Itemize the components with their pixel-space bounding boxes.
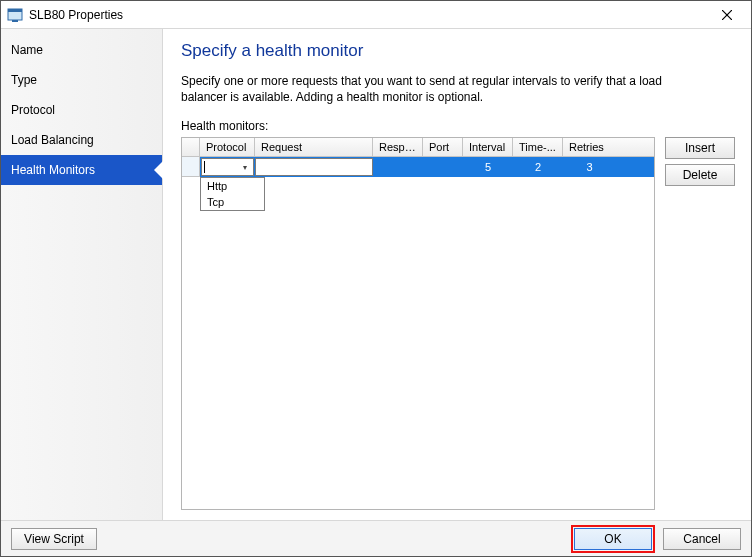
sidebar-item-load-balancing[interactable]: Load Balancing — [1, 125, 162, 155]
window-title: SLB80 Properties — [29, 8, 707, 22]
dialog-footer: View Script OK Cancel — [1, 520, 751, 556]
sidebar: Name Type Protocol Load Balancing Health… — [1, 29, 163, 520]
close-button[interactable] — [707, 1, 747, 28]
content-panel: Specify a health monitor Specify one or … — [163, 29, 751, 520]
protocol-option-http[interactable]: Http — [201, 178, 264, 194]
sidebar-item-label: Health Monitors — [11, 163, 95, 177]
close-icon — [722, 10, 732, 20]
sidebar-item-protocol[interactable]: Protocol — [1, 95, 162, 125]
grid-row[interactable]: ▾ 5 2 3 — [182, 157, 654, 177]
col-timeout[interactable]: Time-... — [513, 138, 563, 156]
text-caret — [204, 161, 205, 173]
grid-area: Protocol Request Respo... Port Interval … — [181, 137, 735, 510]
health-monitors-grid: Protocol Request Respo... Port Interval … — [181, 137, 655, 510]
sidebar-item-label: Load Balancing — [11, 133, 94, 147]
grid-header: Protocol Request Respo... Port Interval … — [182, 138, 654, 157]
sidebar-item-health-monitors[interactable]: Health Monitors — [1, 155, 162, 185]
sidebar-item-label: Protocol — [11, 103, 55, 117]
page-heading: Specify a health monitor — [181, 41, 735, 61]
ok-button[interactable]: OK — [574, 528, 652, 550]
svg-rect-2 — [12, 20, 18, 22]
svg-rect-1 — [8, 9, 22, 12]
sidebar-item-label: Type — [11, 73, 37, 87]
col-interval[interactable]: Interval — [463, 138, 513, 156]
cell-port[interactable] — [423, 157, 463, 177]
cell-response[interactable] — [373, 157, 423, 177]
col-retries[interactable]: Retries — [563, 138, 616, 156]
grid-body: ▾ 5 2 3 H — [182, 157, 654, 509]
col-protocol[interactable]: Protocol — [200, 138, 255, 156]
cell-retries[interactable]: 3 — [563, 157, 616, 177]
protocol-option-tcp[interactable]: Tcp — [201, 194, 264, 210]
row-selector-header — [182, 138, 200, 156]
page-description: Specify one or more requests that you wa… — [181, 73, 701, 105]
cell-request[interactable] — [255, 157, 373, 177]
sidebar-item-label: Name — [11, 43, 43, 57]
cell-protocol[interactable]: ▾ — [200, 157, 255, 177]
protocol-combobox[interactable]: ▾ — [201, 158, 254, 176]
app-icon — [7, 7, 23, 23]
protocol-dropdown: Http Tcp — [200, 177, 265, 211]
view-script-button[interactable]: View Script — [11, 528, 97, 550]
titlebar: SLB80 Properties — [1, 1, 751, 29]
cell-timeout[interactable]: 2 — [513, 157, 563, 177]
dialog-window: SLB80 Properties Name Type Protocol Load… — [0, 0, 752, 557]
delete-button[interactable]: Delete — [665, 164, 735, 186]
chevron-down-icon[interactable]: ▾ — [238, 160, 252, 174]
sidebar-item-name[interactable]: Name — [1, 35, 162, 65]
active-arrow-icon — [154, 161, 163, 179]
grid-side-buttons: Insert Delete — [665, 137, 735, 510]
request-input[interactable] — [255, 158, 373, 176]
ok-highlight: OK — [571, 525, 655, 553]
col-port[interactable]: Port — [423, 138, 463, 156]
cell-interval[interactable]: 5 — [463, 157, 513, 177]
col-request[interactable]: Request — [255, 138, 373, 156]
dialog-body: Name Type Protocol Load Balancing Health… — [1, 29, 751, 520]
sidebar-item-type[interactable]: Type — [1, 65, 162, 95]
row-selector[interactable] — [182, 157, 200, 177]
col-response[interactable]: Respo... — [373, 138, 423, 156]
grid-label: Health monitors: — [181, 119, 735, 133]
cancel-button[interactable]: Cancel — [663, 528, 741, 550]
insert-button[interactable]: Insert — [665, 137, 735, 159]
